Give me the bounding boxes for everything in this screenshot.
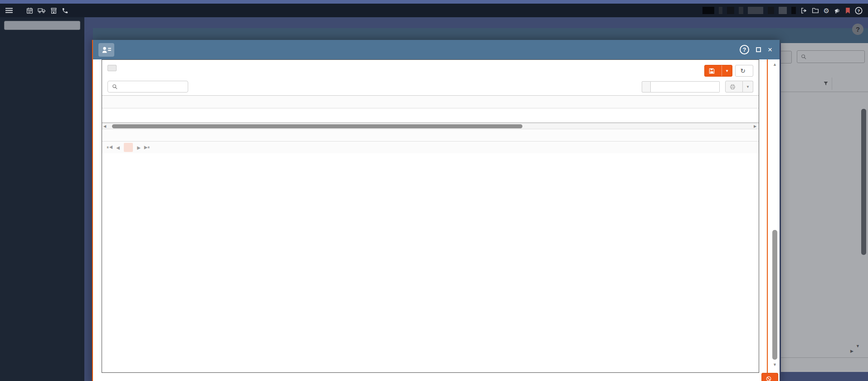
modal-search-input[interactable]	[121, 83, 184, 90]
menu-items-grid: ◀ ▶ ⏸◀ ◀ ▶ ▶⏸	[102, 95, 759, 153]
modal-help-button[interactable]: ?	[740, 45, 749, 54]
close-button[interactable]	[761, 373, 778, 381]
sidebar-title	[0, 31, 84, 39]
menu-builder-modal: ? × ▼	[92, 40, 780, 381]
redacted-text	[739, 7, 743, 14]
grid-pager: ⏸◀ ◀ ▶ ▶⏸	[102, 142, 759, 153]
close-icon[interactable]: ×	[768, 46, 772, 54]
save-button[interactable]: ▼	[704, 65, 732, 77]
top-navbar: ⚙ ?	[0, 4, 868, 17]
select-reports-input[interactable]	[651, 81, 720, 93]
gear-icon[interactable]: ⚙	[824, 7, 829, 14]
modal-header: ? ×	[93, 40, 780, 59]
contact-card-icon	[98, 43, 114, 57]
building-icon[interactable]	[50, 7, 57, 14]
megaphone-icon[interactable]	[834, 7, 841, 14]
redacted-text	[748, 7, 763, 14]
previous-page-button[interactable]: ◀	[114, 145, 122, 150]
hamburger-icon[interactable]	[5, 8, 13, 13]
caret-down-icon[interactable]: ▼	[722, 65, 732, 76]
next-page-button[interactable]: ▶	[135, 145, 143, 150]
grid-header-row	[102, 108, 759, 123]
maximize-icon[interactable]	[756, 47, 761, 52]
redacted-text	[719, 7, 722, 14]
save-icon	[709, 68, 715, 74]
scroll-up-icon[interactable]: ▲	[771, 62, 778, 67]
sidebar-search-input[interactable]	[4, 21, 80, 30]
redacted-text	[791, 7, 796, 14]
folder-icon[interactable]	[812, 7, 819, 14]
modal-body: ▼ ↻	[93, 59, 780, 381]
vertical-scrollbar-thumb[interactable]	[772, 230, 777, 360]
sidebar	[0, 17, 84, 381]
first-page-button[interactable]: ⏸◀	[106, 145, 114, 150]
refresh-icon: ↻	[740, 68, 746, 74]
scroll-down-icon[interactable]: ▼	[771, 362, 778, 367]
print-to-button[interactable]	[725, 81, 743, 93]
selected-count-badge	[642, 81, 651, 93]
redacted-text	[702, 7, 714, 14]
block-icon	[766, 376, 771, 381]
last-page-button[interactable]: ▶⏸	[143, 145, 151, 150]
phone-icon[interactable]	[62, 7, 68, 14]
redacted-text	[779, 7, 787, 14]
sign-out-icon[interactable]	[800, 7, 807, 14]
bookmark-icon[interactable]	[845, 7, 850, 14]
vertical-scrollbar[interactable]: ▲ ▼	[771, 61, 778, 381]
redacted-text	[727, 7, 734, 14]
reset-state-button[interactable]: ↻	[735, 65, 753, 77]
modal-accent-border	[767, 59, 768, 381]
scroll-left-icon[interactable]: ◀	[102, 124, 107, 128]
search-icon	[112, 84, 118, 90]
calendar-icon[interactable]	[26, 7, 33, 14]
group-by-hint	[102, 96, 759, 108]
application-root: ⚙ ? ?	[0, 0, 868, 381]
horizontal-scrollbar[interactable]: ◀ ▶	[102, 123, 759, 129]
svg-text:?: ?	[858, 8, 860, 13]
modal-content: ▼ ↻	[102, 59, 759, 373]
grid-footer-row	[102, 129, 759, 142]
redacted-text	[768, 7, 774, 14]
help-icon[interactable]: ?	[855, 7, 863, 15]
current-page-button[interactable]	[124, 143, 133, 152]
horizontal-scrollbar-thumb[interactable]	[112, 124, 522, 128]
truck-icon[interactable]	[38, 7, 46, 14]
modal-search-box	[107, 81, 188, 93]
caret-down-icon[interactable]: ▼	[743, 81, 753, 93]
scroll-right-icon[interactable]: ▶	[752, 124, 758, 128]
event-info-bar	[107, 65, 117, 71]
printer-icon	[730, 84, 736, 90]
